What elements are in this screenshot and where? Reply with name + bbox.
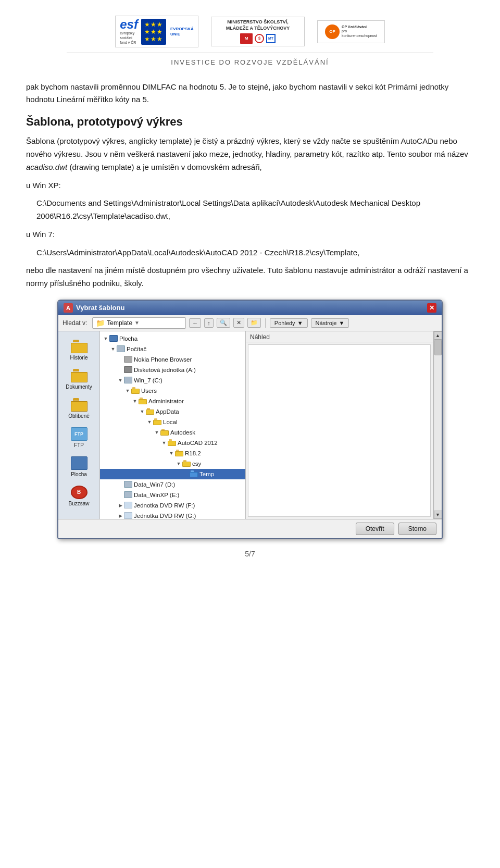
- logos-row: esf evropskýsociálnífond v ČR ★★★★★★★★★ …: [115, 9, 385, 49]
- sidebar-label-dokumenty: Dokumenty: [66, 384, 92, 390]
- drive-d-icon: [124, 481, 132, 488]
- delete-button[interactable]: ✕: [233, 318, 244, 328]
- tree-item-nokia[interactable]: Nokia Phone Browser: [100, 354, 245, 365]
- expand-icon: ▼: [175, 460, 182, 467]
- scroll-track: [434, 340, 442, 511]
- tree-label-nokia: Nokia Phone Browser: [134, 355, 192, 364]
- back-button[interactable]: ←: [189, 318, 201, 328]
- tree-item-win7c[interactable]: ▼ Win_7 (C:): [100, 375, 245, 386]
- tree-label-csy: csy: [192, 459, 201, 468]
- drive-f-icon: [124, 502, 132, 509]
- tree-label-dvd-f: Jednotka DVD RW (F:): [134, 501, 195, 510]
- sidebar-item-historie[interactable]: Historie: [60, 337, 98, 364]
- open-button[interactable]: Otevřít: [356, 523, 394, 535]
- preview-label: Náhled: [246, 331, 433, 342]
- expand-icon: ▼: [117, 377, 124, 384]
- sidebar-item-ftp[interactable]: FTP FTP: [60, 424, 98, 451]
- scroll-thumb[interactable]: [434, 340, 442, 355]
- preview-area: [248, 344, 431, 517]
- tree-item-autocad2012[interactable]: ▼ AutoCAD 2012: [100, 438, 245, 448]
- favorites-icon: [71, 398, 88, 412]
- tools-label: Nástroje: [316, 320, 337, 326]
- tree-item-dvd-f[interactable]: ▶ Jednotka DVD RW (F:): [100, 500, 245, 511]
- tree-item-datwin7[interactable]: Data_Win7 (D:): [100, 479, 245, 490]
- winxp-label: u Win XP:: [26, 179, 474, 192]
- search-button[interactable]: 🔍: [217, 318, 230, 328]
- tree-item-local[interactable]: ▼ Local: [100, 417, 245, 427]
- expand-spacer: [117, 481, 124, 488]
- sidebar-item-dokumenty[interactable]: Dokumenty: [60, 366, 98, 393]
- up-button[interactable]: ↑: [204, 318, 214, 328]
- dialog-app-icon: A: [64, 303, 73, 313]
- tree-item-appdata[interactable]: ▼ AppData: [100, 406, 245, 417]
- tree-label-appdata: AppData: [156, 407, 179, 416]
- tree-label-r182: R18.2: [185, 449, 201, 458]
- sidebar-item-buzzsaw[interactable]: B Buzzsaw: [60, 482, 98, 510]
- sidebar-label-ftp: FTP: [74, 442, 84, 448]
- header-subtitle: INVESTICE DO ROZVOJE VZDĚLÁVÁNÍ: [171, 56, 329, 68]
- expand-icon: ▼: [153, 429, 160, 436]
- cancel-button[interactable]: Storno: [398, 523, 436, 535]
- tree-label-pocitac: Počítač: [127, 344, 146, 354]
- tree-item-autodesk[interactable]: ▼ Autodesk: [100, 427, 245, 438]
- toolbar-separator: [265, 318, 266, 328]
- tree-item-administrator[interactable]: ▼ Administrator: [100, 396, 245, 406]
- tree-item-csy[interactable]: ▼ csy: [100, 458, 245, 469]
- expand-icon: ▼: [124, 387, 131, 394]
- expand-icon: ▼: [139, 408, 146, 415]
- drive-e-icon: [124, 491, 132, 498]
- dialog-bottom: Otevřít Storno: [58, 519, 442, 538]
- tree-label-plocha: Plocha: [119, 334, 138, 343]
- tree-item-r182[interactable]: ▼ R18.2: [100, 448, 245, 458]
- history-icon: [71, 340, 88, 353]
- path-text: Template: [107, 319, 132, 327]
- expand-icon: ▼: [109, 345, 117, 353]
- logo-op: OP OP Vzdělávání pro konkurenceschopnost: [317, 20, 385, 43]
- dialog-scrollbar[interactable]: ▲ ▼: [433, 331, 442, 519]
- dialog-title-left: A Vybrat šablonu: [64, 303, 124, 313]
- scroll-down-button[interactable]: ▼: [434, 511, 442, 519]
- tree-item-plocha[interactable]: ▼ Plocha: [100, 333, 245, 344]
- tree-label-autodesk: Autodesk: [170, 428, 195, 437]
- sidebar-item-plocha[interactable]: Plocha: [60, 453, 98, 480]
- folder-icon: 📁: [96, 319, 105, 327]
- views-label: Pohledy: [274, 320, 295, 326]
- tree-label-autocad2012: AutoCAD 2012: [178, 438, 218, 448]
- tree-item-users[interactable]: ▼ Users: [100, 386, 245, 396]
- sidebar-item-oblibene[interactable]: Oblíbené: [60, 395, 98, 422]
- drive-g-icon: [124, 512, 132, 519]
- nokia-icon: [124, 356, 132, 363]
- dialog-toolbar: Hledat v: 📁 Template ▼ ← ↑ 🔍 ✕ 📁 Pohledy…: [58, 315, 442, 331]
- tree-item-template[interactable]: Temp: [100, 469, 245, 479]
- page-number: 5/7: [26, 544, 474, 568]
- tools-dropdown[interactable]: Nástroje ▼: [311, 318, 349, 328]
- tree-label-administrator: Administrator: [148, 396, 184, 406]
- tree-label-disketova: Disketová jednotka (A:): [134, 365, 196, 375]
- sidebar-label-oblibene: Oblíbené: [68, 413, 90, 419]
- main-content: pak bychom nastavili proměnnou DIMLFAC n…: [0, 72, 500, 577]
- path-box[interactable]: 📁 Template ▼: [92, 317, 186, 329]
- search-label: Hledat v:: [63, 319, 87, 327]
- tree-item-datwinxp[interactable]: Data_WinXP (E:): [100, 490, 245, 500]
- expand-icon: ▼: [146, 418, 153, 426]
- scroll-up-button[interactable]: ▲: [434, 331, 442, 340]
- tree-label-datwinxp: Data_WinXP (E:): [134, 490, 179, 500]
- sidebar-label-buzzsaw: Buzzsaw: [68, 501, 89, 506]
- computer-tree-icon: [117, 345, 125, 352]
- win7-path: C:\Users\Administrator\AppData\Local\Aut…: [36, 246, 474, 259]
- logo-esf: esf evropskýsociálnífond v ČR ★★★★★★★★★ …: [115, 16, 198, 47]
- tree-item-dvd-g[interactable]: ▶ Jednotka DVD RW (G:): [100, 511, 245, 519]
- ftp-icon: FTP: [71, 427, 88, 441]
- buzzsaw-icon: B: [71, 486, 88, 499]
- drive-c-icon: [124, 377, 132, 383]
- file-dialog: A Vybrat šablonu ✕ Hledat v: 📁 Template …: [57, 300, 443, 539]
- expand-spacer: [182, 470, 190, 478]
- tree-item-disketova[interactable]: Disketová jednotka (A:): [100, 365, 245, 375]
- desktop-tree-icon: [109, 335, 118, 342]
- dialog-close-button[interactable]: ✕: [427, 303, 436, 313]
- new-folder-button[interactable]: 📁: [247, 318, 261, 328]
- views-dropdown[interactable]: Pohledy ▼: [270, 318, 308, 328]
- dialog-wrapper: A Vybrat šablonu ✕ Hledat v: 📁 Template …: [26, 300, 474, 539]
- file-tree[interactable]: ▼ Plocha ▼ Počítač Nokia Phone Bro: [100, 331, 246, 519]
- tree-item-pocitac[interactable]: ▼ Počítač: [100, 344, 245, 354]
